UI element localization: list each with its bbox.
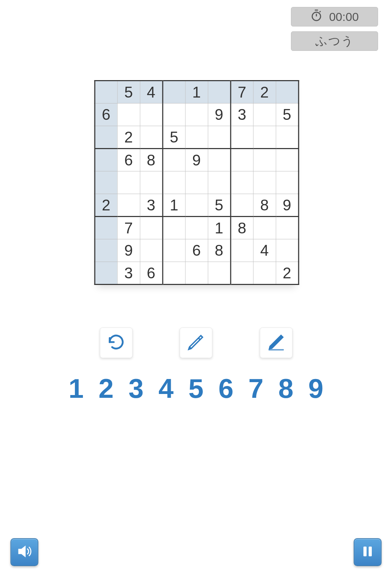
cell-4-1[interactable]: [117, 171, 140, 194]
cell-0-4[interactable]: 1: [185, 81, 208, 103]
numpad-7[interactable]: 7: [246, 373, 266, 404]
cell-8-7[interactable]: [253, 262, 276, 285]
cell-5-2[interactable]: 3: [140, 194, 163, 217]
numpad-8[interactable]: 8: [276, 373, 296, 404]
cell-7-2[interactable]: [140, 239, 163, 262]
cell-2-3[interactable]: 5: [163, 126, 185, 149]
cell-3-4[interactable]: 9: [185, 149, 208, 171]
cell-2-1[interactable]: 2: [117, 126, 140, 149]
cell-6-2[interactable]: [140, 217, 163, 239]
cell-0-7[interactable]: 2: [253, 81, 276, 103]
cell-2-5[interactable]: [208, 126, 231, 149]
cell-4-2[interactable]: [140, 171, 163, 194]
cell-6-7[interactable]: [253, 217, 276, 239]
numpad-5[interactable]: 5: [186, 373, 206, 404]
cell-5-4[interactable]: [185, 194, 208, 217]
cell-3-8[interactable]: [276, 149, 299, 171]
cell-7-5[interactable]: 8: [208, 239, 231, 262]
pause-button[interactable]: [354, 538, 382, 566]
cell-7-8[interactable]: [276, 239, 299, 262]
cell-8-6[interactable]: [231, 262, 253, 285]
numpad-2[interactable]: 2: [96, 373, 116, 404]
cell-6-8[interactable]: [276, 217, 299, 239]
cell-4-7[interactable]: [253, 171, 276, 194]
cell-7-7[interactable]: 4: [253, 239, 276, 262]
numpad-9[interactable]: 9: [306, 373, 326, 404]
cell-0-1[interactable]: 5: [117, 81, 140, 103]
numpad-6[interactable]: 6: [216, 373, 236, 404]
cell-7-4[interactable]: 6: [185, 239, 208, 262]
cell-5-0[interactable]: 2: [95, 194, 117, 217]
cell-3-1[interactable]: 6: [117, 149, 140, 171]
cell-2-7[interactable]: [253, 126, 276, 149]
cell-1-2[interactable]: [140, 103, 163, 126]
undo-button[interactable]: [100, 327, 132, 358]
write-button[interactable]: [260, 327, 292, 358]
cell-0-5[interactable]: [208, 81, 231, 103]
cell-8-1[interactable]: 3: [117, 262, 140, 285]
cell-1-4[interactable]: [185, 103, 208, 126]
cell-8-8[interactable]: 2: [276, 262, 299, 285]
cell-4-5[interactable]: [208, 171, 231, 194]
svg-rect-2: [363, 547, 367, 556]
cell-3-6[interactable]: [231, 149, 253, 171]
cell-6-4[interactable]: [185, 217, 208, 239]
cell-3-5[interactable]: [208, 149, 231, 171]
cell-4-6[interactable]: [231, 171, 253, 194]
cell-2-4[interactable]: [185, 126, 208, 149]
svg-rect-3: [369, 547, 372, 556]
cell-0-3[interactable]: [163, 81, 185, 103]
cell-7-1[interactable]: 9: [117, 239, 140, 262]
cell-1-3[interactable]: [163, 103, 185, 126]
cell-1-0[interactable]: 6: [95, 103, 117, 126]
cell-2-2[interactable]: [140, 126, 163, 149]
timer-button[interactable]: 00:00: [291, 7, 378, 26]
cell-2-6[interactable]: [231, 126, 253, 149]
cell-1-8[interactable]: 5: [276, 103, 299, 126]
notes-button[interactable]: [180, 327, 213, 358]
cell-4-0[interactable]: [95, 171, 117, 194]
cell-7-0[interactable]: [95, 239, 117, 262]
cell-4-3[interactable]: [163, 171, 185, 194]
cell-6-1[interactable]: 7: [117, 217, 140, 239]
cell-6-0[interactable]: [95, 217, 117, 239]
cell-0-2[interactable]: 4: [140, 81, 163, 103]
cell-8-5[interactable]: [208, 262, 231, 285]
cell-0-6[interactable]: 7: [231, 81, 253, 103]
difficulty-button[interactable]: ふつう: [291, 31, 378, 51]
numpad-4[interactable]: 4: [156, 373, 176, 404]
cell-6-5[interactable]: 1: [208, 217, 231, 239]
cell-8-4[interactable]: [185, 262, 208, 285]
cell-3-3[interactable]: [163, 149, 185, 171]
cell-5-6[interactable]: [231, 194, 253, 217]
cell-2-0[interactable]: [95, 126, 117, 149]
numpad-1[interactable]: 1: [66, 373, 86, 404]
pencil-notes-icon: [186, 332, 206, 353]
cell-3-0[interactable]: [95, 149, 117, 171]
cell-1-5[interactable]: 9: [208, 103, 231, 126]
sound-button[interactable]: [10, 538, 38, 566]
numpad-3[interactable]: 3: [126, 373, 146, 404]
cell-1-6[interactable]: 3: [231, 103, 253, 126]
cell-8-3[interactable]: [163, 262, 185, 285]
cell-7-3[interactable]: [163, 239, 185, 262]
cell-3-7[interactable]: [253, 149, 276, 171]
cell-8-0[interactable]: [95, 262, 117, 285]
cell-5-7[interactable]: 8: [253, 194, 276, 217]
cell-1-7[interactable]: [253, 103, 276, 126]
cell-1-1[interactable]: [117, 103, 140, 126]
cell-6-3[interactable]: [163, 217, 185, 239]
cell-2-8[interactable]: [276, 126, 299, 149]
cell-5-3[interactable]: 1: [163, 194, 185, 217]
cell-5-8[interactable]: 9: [276, 194, 299, 217]
cell-0-0[interactable]: [95, 81, 117, 103]
cell-7-6[interactable]: [231, 239, 253, 262]
cell-4-4[interactable]: [185, 171, 208, 194]
cell-8-2[interactable]: 6: [140, 262, 163, 285]
cell-5-1[interactable]: [117, 194, 140, 217]
cell-3-2[interactable]: 8: [140, 149, 163, 171]
cell-4-8[interactable]: [276, 171, 299, 194]
cell-6-6[interactable]: 8: [231, 217, 253, 239]
cell-0-8[interactable]: [276, 81, 299, 103]
cell-5-5[interactable]: 5: [208, 194, 231, 217]
